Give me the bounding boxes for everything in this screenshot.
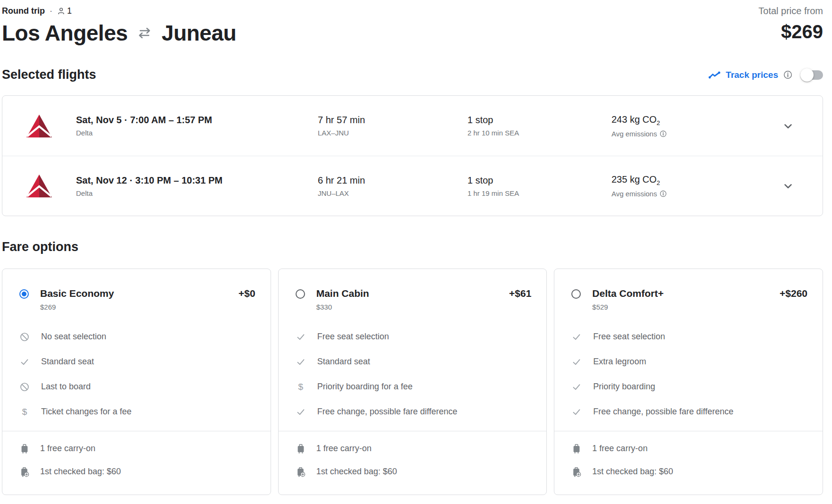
- fare-features: Free seat selection Extra legroom Priori…: [554, 324, 823, 424]
- track-prices-toggle[interactable]: [802, 70, 823, 80]
- check-icon: [571, 332, 582, 342]
- flight-duration: 7 hr 57 min: [318, 115, 467, 126]
- route-title: Los Angeles Juneau: [2, 20, 236, 46]
- baggage-row: 1 free carry-on: [571, 437, 823, 460]
- flight-info-cell: Sat, Nov 5 · 7:00 AM – 1:57 PM Delta: [76, 115, 318, 137]
- check-icon: [571, 357, 582, 367]
- emissions-cell: 235 kg CO2 Avg emissions: [611, 174, 753, 198]
- baggage-section: 1 free carry-on 1st checked bag: $60: [279, 431, 547, 483]
- flight-datetime: Sat, Nov 12 · 3:10 PM – 10:31 PM: [76, 175, 318, 186]
- fare-radio-button[interactable]: [296, 289, 305, 299]
- carry-on-bag-icon: [19, 444, 30, 454]
- not-included-icon: [19, 382, 30, 392]
- emissions-note: Avg emissions: [611, 190, 753, 198]
- baggage-row: 1st checked bag: $60: [296, 460, 547, 483]
- not-included-icon: [19, 332, 30, 342]
- fare-price-delta: +$0: [238, 288, 255, 299]
- trip-meta: Round trip · 1: [2, 5, 236, 16]
- check-icon: [296, 407, 306, 417]
- stops-count: 1 stop: [467, 115, 611, 126]
- total-price-value: $269: [758, 21, 823, 42]
- emissions-value: 243 kg CO2: [611, 114, 753, 126]
- stops-cell: 1 stop 2 hr 10 min SEA: [467, 115, 611, 137]
- fare-features: Free seat selection Standard seat $ Prio…: [279, 324, 547, 424]
- baggage-section: 1 free carry-on 1st checked bag: $60: [554, 431, 823, 483]
- feature-row: Free change, possible fare difference: [571, 399, 823, 424]
- origin-city: Los Angeles: [2, 20, 127, 46]
- emissions-cell: 243 kg CO2 Avg emissions: [611, 114, 753, 138]
- expand-flight-button[interactable]: [779, 176, 798, 195]
- baggage-row: 1st checked bag: $60: [19, 460, 271, 483]
- expand-flight-button[interactable]: [779, 117, 798, 135]
- selected-flights-heading: Selected flights: [2, 67, 96, 82]
- baggage-section: 1 free carry-on 1st checked bag: $60: [2, 431, 271, 483]
- flight-route: JNU–LAX: [318, 189, 467, 197]
- chevron-down-icon: [781, 119, 795, 133]
- baggage-row: 1 free carry-on: [296, 437, 547, 460]
- check-icon: [296, 332, 306, 342]
- fare-name: Delta Comfort+: [592, 288, 780, 299]
- dollar-icon: $: [19, 407, 30, 417]
- expand-cell: [753, 117, 823, 135]
- fare-card-delta-comfort-plus[interactable]: Delta Comfort+ $529 +$260 Free seat sele…: [554, 269, 823, 495]
- fare-name: Basic Economy: [40, 288, 238, 299]
- fare-features: No seat selection Standard seat Last to …: [2, 324, 271, 424]
- feature-row: $ Ticket changes for a fee: [19, 399, 271, 424]
- duration-cell: 6 hr 21 min JNU–LAX: [318, 175, 467, 197]
- duration-cell: 7 hr 57 min LAX–JNU: [318, 115, 467, 137]
- flight-datetime: Sat, Nov 5 · 7:00 AM – 1:57 PM: [76, 115, 318, 126]
- carry-on-bag-icon: [571, 444, 582, 454]
- feature-row: Free seat selection: [571, 324, 823, 349]
- header-left: Round trip · 1 Los Angeles Juneau: [2, 5, 236, 46]
- fare-price: $269: [40, 303, 238, 311]
- check-icon: [571, 407, 582, 417]
- carry-on-bag-icon: [296, 444, 306, 454]
- fare-radio-button[interactable]: [19, 289, 29, 299]
- stop-detail: 2 hr 10 min SEA: [467, 129, 611, 137]
- emissions-note: Avg emissions: [611, 130, 753, 138]
- flight-info-cell: Sat, Nov 12 · 3:10 PM – 10:31 PM Delta: [76, 175, 318, 197]
- flight-row-outbound[interactable]: Sat, Nov 5 · 7:00 AM – 1:57 PM Delta 7 h…: [2, 96, 823, 156]
- check-icon: [571, 382, 582, 392]
- checked-bag-add-icon: [571, 467, 582, 477]
- swap-icon: [136, 27, 153, 39]
- flight-row-return[interactable]: Sat, Nov 12 · 3:10 PM – 10:31 PM Delta 6…: [2, 156, 823, 216]
- price-graph-icon: [708, 71, 721, 79]
- emissions-info-icon[interactable]: [660, 130, 667, 137]
- feature-row: Last to board: [19, 374, 271, 399]
- emissions-info-icon[interactable]: [660, 190, 667, 197]
- stop-detail: 1 hr 19 min SEA: [467, 189, 611, 197]
- fare-card-header: Basic Economy $269 +$0: [2, 288, 271, 311]
- stops-cell: 1 stop 1 hr 19 min SEA: [467, 175, 611, 197]
- person-icon: [57, 7, 65, 15]
- delta-logo-icon: [25, 174, 53, 198]
- stops-count: 1 stop: [467, 175, 611, 186]
- fare-radio-button[interactable]: [571, 289, 581, 299]
- feature-row: Extra legroom: [571, 349, 823, 374]
- fare-card-main-cabin[interactable]: Main Cabin $330 +$61 Free seat selection…: [278, 269, 547, 495]
- check-icon: [296, 357, 306, 367]
- expand-cell: [753, 176, 823, 195]
- chevron-down-icon: [781, 179, 795, 193]
- feature-row: Free seat selection: [296, 324, 547, 349]
- fare-card-basic-economy[interactable]: Basic Economy $269 +$0 No seat selection…: [2, 269, 271, 495]
- trip-type-label: Round trip: [2, 6, 45, 16]
- fare-price: $330: [316, 303, 509, 311]
- airline-logo-cell: [2, 174, 76, 198]
- fare-titles: Main Cabin $330: [316, 288, 509, 311]
- checked-bag-add-icon: [19, 467, 30, 477]
- fare-price: $529: [592, 303, 780, 311]
- fare-titles: Basic Economy $269: [40, 288, 238, 311]
- track-prices-info-icon[interactable]: [783, 70, 792, 79]
- feature-row: $ Priority boarding for a fee: [296, 374, 547, 399]
- track-prices-label[interactable]: Track prices: [726, 70, 778, 80]
- passenger-count-value: 1: [67, 6, 72, 16]
- fare-price-delta: +$260: [780, 288, 807, 299]
- total-price-label: Total price from: [758, 6, 823, 17]
- fare-card-header: Main Cabin $330 +$61: [279, 288, 547, 311]
- destination-city: Juneau: [161, 20, 236, 46]
- header: Round trip · 1 Los Angeles Juneau Total …: [2, 5, 823, 46]
- separator-dot: ·: [50, 6, 52, 16]
- passenger-count: 1: [57, 6, 72, 16]
- fare-card-header: Delta Comfort+ $529 +$260: [554, 288, 823, 311]
